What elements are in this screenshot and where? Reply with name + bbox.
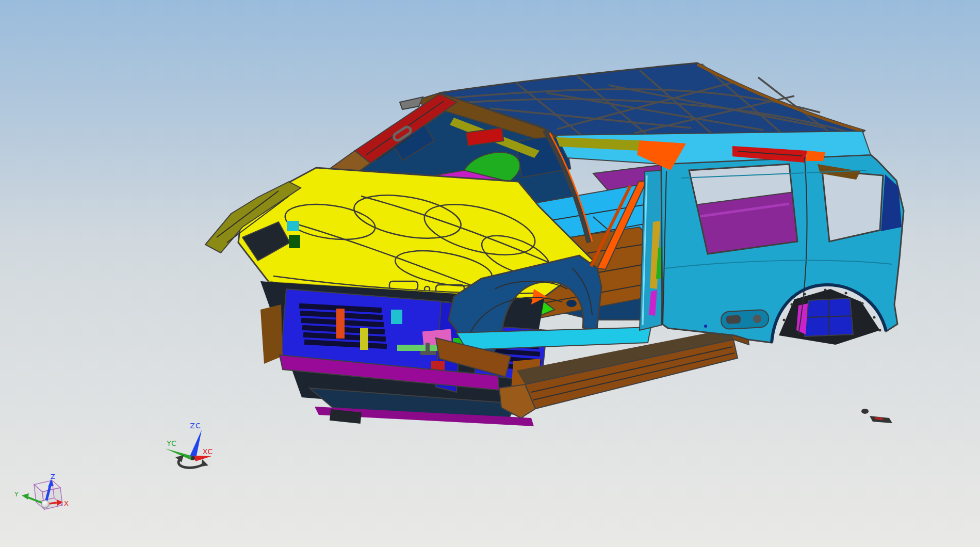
cad-viewport[interactable]: ZC YC XC Z Y X	[0, 0, 980, 547]
car-body-model[interactable]	[205, 63, 904, 426]
view-orientation-triad[interactable]: Z Y X	[14, 473, 69, 509]
wcs-triad[interactable]: ZC YC XC	[165, 422, 213, 468]
wcs-z-label: ZC	[190, 422, 201, 430]
debris-bolt[interactable]	[861, 409, 869, 414]
wcs-x-label: XC	[203, 447, 213, 456]
viewport-background: ZC YC XC Z Y X	[0, 0, 980, 547]
fender-hole	[566, 300, 577, 307]
wcs-z-axis[interactable]	[190, 430, 202, 458]
triad-origin-sphere[interactable]	[42, 501, 50, 508]
wcs-y-label: YC	[166, 439, 177, 447]
loose-parts[interactable]	[861, 409, 892, 423]
view-x-label: X	[64, 500, 69, 507]
view-y-label: Y	[14, 490, 19, 498]
trim-orange-sliver[interactable]	[806, 151, 825, 161]
door-handle-recess[interactable]	[721, 310, 769, 330]
view-z-label: Z	[51, 473, 55, 480]
